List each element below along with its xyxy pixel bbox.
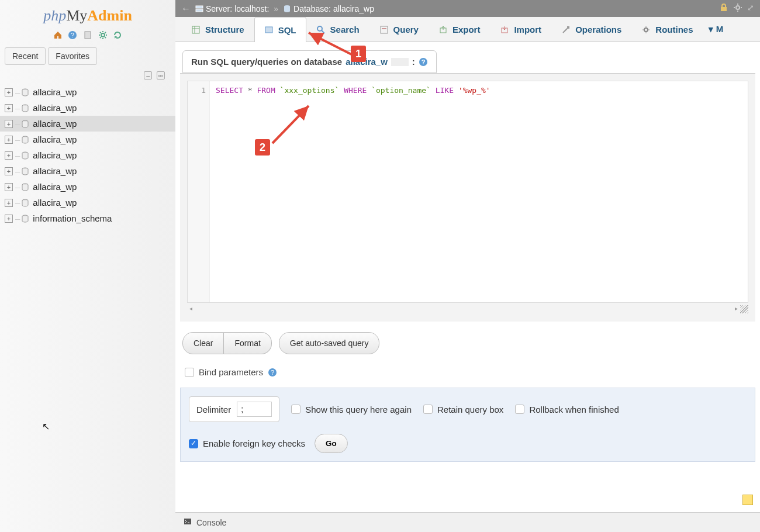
enable-fk-option[interactable]: Enable foreign key checks [189,438,305,448]
expand-icon[interactable]: + [5,183,13,191]
logo[interactable]: phpMyAdmin [0,0,175,28]
lock-icon[interactable] [719,3,728,14]
search-icon [316,25,326,34]
link-icon[interactable]: ∞ [157,71,165,80]
checkbox[interactable] [291,405,300,414]
tab-structure[interactable]: Structure [181,17,254,42]
tree-item[interactable]: +–information_schema [0,210,175,226]
tree-item[interactable]: +–allacira_wp [0,147,175,163]
delimiter-wrap: Delimiter [189,396,279,422]
tab-operations[interactable]: Operations [551,17,631,42]
server-crumb[interactable]: Server: localhost: [195,4,269,13]
retain-option[interactable]: Retain query box [423,405,503,414]
expand-icon[interactable]: + [5,120,13,128]
bind-params-checkbox[interactable] [185,368,194,377]
editor-code[interactable]: SELECT * FROM `xxx_options` WHERE `optio… [210,81,748,302]
expand-icon[interactable]: + [5,88,13,96]
tree-item[interactable]: +–allacira_wp [0,132,175,147]
autosaved-button[interactable]: Get auto-saved query [279,332,380,354]
tree-label: allacira_wp [33,182,77,192]
tab-more[interactable]: ▾ M [703,17,729,42]
go-button[interactable]: Go [315,434,348,453]
tree-tools: – ∞ [0,68,175,82]
resize-grip-icon[interactable] [740,305,748,313]
console-icon [184,517,192,527]
tree-item[interactable]: +–allacira_wp [0,179,175,195]
editor-buttons: Clear Format Get auto-saved query [182,332,753,354]
gear-icon[interactable] [98,30,108,40]
sidebar-quick-icons: ? [0,28,175,44]
svg-point-17 [736,6,740,9]
favorites-tab[interactable]: Favorites [48,47,97,65]
tab-label: Routines [655,25,693,34]
editor-hscroll[interactable] [187,304,748,313]
delimiter-label: Delimiter [196,405,231,414]
database-icon [21,88,29,96]
sql-header: Run SQL query/queries on database allaci… [182,50,437,73]
expand-icon[interactable]: + [5,151,13,160]
database-icon [21,136,29,144]
bottom-row-1: Delimiter Show this query here again Ret… [189,396,747,422]
bottom-bar: Delimiter Show this query here again Ret… [180,388,755,462]
db-crumb[interactable]: Database: allacira_wp [283,4,374,13]
collapse-icon[interactable]: – [144,71,152,80]
tab-label: Structure [205,25,244,34]
reload-icon[interactable] [113,30,122,40]
database-icon [21,183,29,191]
svg-rect-33 [184,519,191,524]
expand-icon[interactable]: + [5,136,13,144]
checkbox[interactable] [515,405,524,414]
tree-item[interactable]: +–allacira_wp [0,116,175,132]
rollback-option[interactable]: Rollback when finished [515,405,619,414]
logo-my: My [66,7,87,24]
redacted-block [391,58,409,66]
svg-point-22 [317,26,322,31]
expand-icon[interactable]: ⤢ [747,3,754,14]
tab-label: Operations [575,25,621,34]
home-icon[interactable] [53,30,63,40]
tree-item[interactable]: +–allacira_wp [0,100,175,116]
sticky-note-icon[interactable] [742,495,753,505]
clear-button[interactable]: Clear [182,332,224,354]
routines-icon [641,25,651,34]
doc-icon[interactable] [83,30,92,40]
tree-label: allacira_wp [33,198,77,208]
tab-query[interactable]: Query [369,17,429,42]
tab-search[interactable]: Search [306,17,369,42]
tab-routines[interactable]: Routines [631,17,703,42]
database-icon [21,151,29,160]
gear-icon[interactable] [733,3,742,14]
expand-icon[interactable]: + [5,215,13,223]
expand-icon[interactable]: + [5,167,13,175]
sql-header-prefix: Run SQL query/queries on database [191,57,342,67]
tree-item[interactable]: +–allacira_wp [0,163,175,179]
checkbox[interactable] [189,439,198,448]
format-button[interactable]: Format [224,332,271,354]
expand-icon[interactable]: + [5,199,13,207]
show-again-option[interactable]: Show this query here again [291,405,412,414]
tab-import[interactable]: Import [490,17,551,42]
tab-export[interactable]: Export [429,17,490,42]
tab-label: Import [514,25,541,34]
main: ← Server: localhost: » Database: allacir… [175,0,760,532]
help-icon[interactable]: ? [68,30,77,40]
expand-icon[interactable]: + [5,104,13,112]
help-icon[interactable]: ? [268,368,277,377]
sql-editor[interactable]: 1 SELECT * FROM `xxx_options` WHERE `opt… [187,81,748,303]
editor-wrap: 1 SELECT * FROM `xxx_options` WHERE `opt… [180,73,755,322]
sidebar-tabs: Recent Favorites [0,44,175,68]
breadcrumb-tools: ⤢ [719,3,754,14]
back-icon[interactable]: ← [181,4,191,14]
checkbox[interactable] [423,405,433,414]
svg-rect-24 [381,26,388,33]
bottom-row-2: Enable foreign key checks Go [189,434,747,453]
tab-sql[interactable]: SQL [254,17,306,42]
recent-tab[interactable]: Recent [5,47,46,65]
import-icon [500,25,509,34]
tree-item[interactable]: +–allacira_wp [0,195,175,210]
help-icon[interactable]: ? [419,57,428,67]
delimiter-input[interactable] [237,402,272,417]
tree-item[interactable]: +–allacira_wp [0,84,175,100]
console-bar[interactable]: Console [175,512,760,532]
svg-rect-25 [382,28,386,29]
